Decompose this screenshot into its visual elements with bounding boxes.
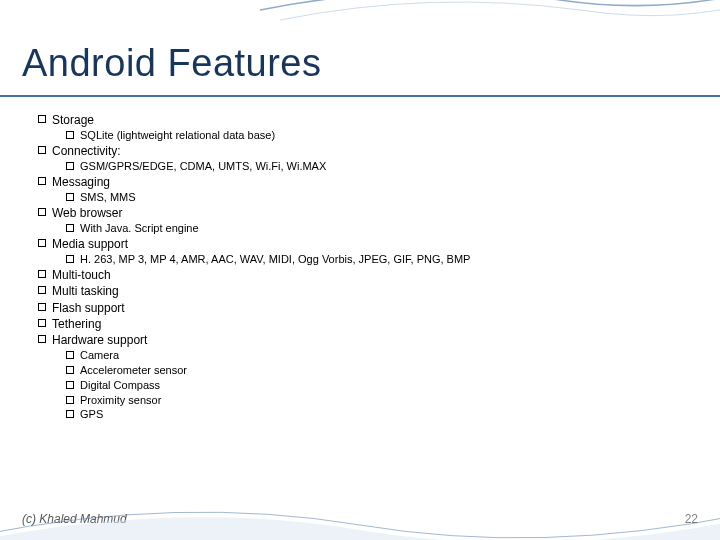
checkbox-bullet-icon bbox=[38, 319, 46, 327]
bullet-item: Web browser bbox=[38, 205, 690, 221]
bullet-text: Messaging bbox=[52, 174, 110, 190]
bullet-item: Accelerometer sensor bbox=[66, 363, 690, 378]
checkbox-bullet-icon bbox=[66, 162, 74, 170]
bullet-text: Multi tasking bbox=[52, 283, 119, 299]
bullet-item: Multi-touch bbox=[38, 267, 690, 283]
decorative-swoosh-top bbox=[260, 0, 720, 80]
bullet-text: Proximity sensor bbox=[80, 393, 161, 408]
bullet-text: Media support bbox=[52, 236, 128, 252]
bullet-text: Tethering bbox=[52, 316, 101, 332]
bullet-item: Hardware support bbox=[38, 332, 690, 348]
bullet-text: With Java. Script engine bbox=[80, 221, 199, 236]
bullet-item: Tethering bbox=[38, 316, 690, 332]
checkbox-bullet-icon bbox=[38, 270, 46, 278]
bullet-item: Connectivity: bbox=[38, 143, 690, 159]
checkbox-bullet-icon bbox=[38, 335, 46, 343]
decorative-swoosh-bottom bbox=[0, 480, 720, 540]
bullet-text: Storage bbox=[52, 112, 94, 128]
bullet-text: Flash support bbox=[52, 300, 125, 316]
checkbox-bullet-icon bbox=[66, 255, 74, 263]
checkbox-bullet-icon bbox=[38, 239, 46, 247]
checkbox-bullet-icon bbox=[66, 224, 74, 232]
bullet-item: H. 263, MP 3, MP 4, AMR, AAC, WAV, MIDI,… bbox=[66, 252, 690, 267]
bullet-text: Accelerometer sensor bbox=[80, 363, 187, 378]
bullet-text: SMS, MMS bbox=[80, 190, 136, 205]
bullet-text: Hardware support bbox=[52, 332, 147, 348]
bullet-item: SQLite (lightweight relational data base… bbox=[66, 128, 690, 143]
checkbox-bullet-icon bbox=[66, 193, 74, 201]
bullet-list: StorageSQLite (lightweight relational da… bbox=[38, 112, 690, 422]
bullet-item: Flash support bbox=[38, 300, 690, 316]
checkbox-bullet-icon bbox=[66, 131, 74, 139]
bullet-item: Digital Compass bbox=[66, 378, 690, 393]
checkbox-bullet-icon bbox=[66, 351, 74, 359]
bullet-item: With Java. Script engine bbox=[66, 221, 690, 236]
checkbox-bullet-icon bbox=[38, 115, 46, 123]
bullet-item: Camera bbox=[66, 348, 690, 363]
checkbox-bullet-icon bbox=[38, 177, 46, 185]
bullet-item: Proximity sensor bbox=[66, 393, 690, 408]
bullet-text: SQLite (lightweight relational data base… bbox=[80, 128, 275, 143]
bullet-text: H. 263, MP 3, MP 4, AMR, AAC, WAV, MIDI,… bbox=[80, 252, 470, 267]
bullet-item: Media support bbox=[38, 236, 690, 252]
bullet-text: GSM/GPRS/EDGE, CDMA, UMTS, Wi.Fi, Wi.MAX bbox=[80, 159, 326, 174]
bullet-text: GPS bbox=[80, 407, 103, 422]
checkbox-bullet-icon bbox=[66, 381, 74, 389]
slide-title: Android Features bbox=[22, 42, 322, 85]
bullet-item: Messaging bbox=[38, 174, 690, 190]
page-number: 22 bbox=[685, 512, 698, 526]
checkbox-bullet-icon bbox=[66, 396, 74, 404]
checkbox-bullet-icon bbox=[38, 208, 46, 216]
bullet-item: GPS bbox=[66, 407, 690, 422]
bullet-item: GSM/GPRS/EDGE, CDMA, UMTS, Wi.Fi, Wi.MAX bbox=[66, 159, 690, 174]
checkbox-bullet-icon bbox=[66, 366, 74, 374]
bullet-text: Multi-touch bbox=[52, 267, 111, 283]
bullet-text: Camera bbox=[80, 348, 119, 363]
checkbox-bullet-icon bbox=[38, 286, 46, 294]
bullet-item: Storage bbox=[38, 112, 690, 128]
bullet-text: Web browser bbox=[52, 205, 122, 221]
checkbox-bullet-icon bbox=[66, 410, 74, 418]
bullet-text: Connectivity: bbox=[52, 143, 121, 159]
bullet-text: Digital Compass bbox=[80, 378, 160, 393]
checkbox-bullet-icon bbox=[38, 146, 46, 154]
footer-copyright: (c) Khaled Mahmud bbox=[22, 512, 127, 526]
bullet-item: Multi tasking bbox=[38, 283, 690, 299]
checkbox-bullet-icon bbox=[38, 303, 46, 311]
title-underline bbox=[0, 95, 720, 97]
bullet-item: SMS, MMS bbox=[66, 190, 690, 205]
